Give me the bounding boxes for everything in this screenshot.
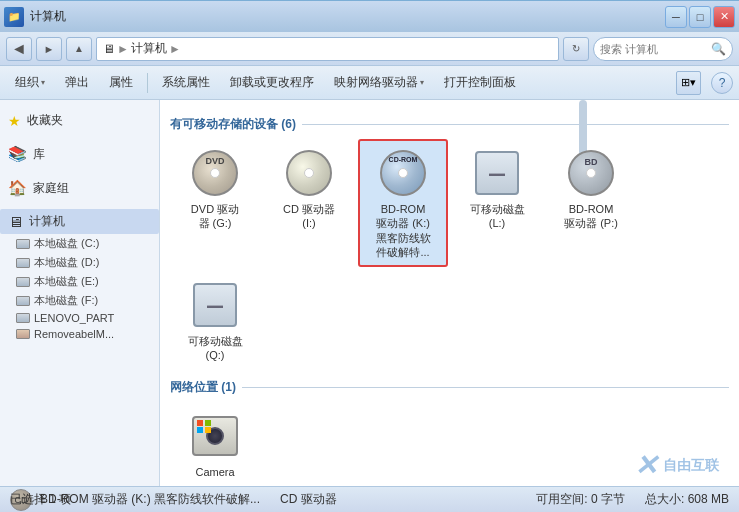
sidebar-subitem-removeabel[interactable]: RemoveabelM... bbox=[0, 326, 159, 342]
favorites-label: 收藏夹 bbox=[27, 112, 63, 129]
list-item[interactable]: BD-ROM驱动器 (K:)黑客防线软件破解特... bbox=[358, 139, 448, 267]
minimize-button[interactable]: ─ bbox=[665, 6, 687, 28]
removable-l-label: 可移动磁盘(L:) bbox=[470, 202, 525, 231]
removable-l-icon bbox=[471, 147, 523, 199]
path-icon: 🖥 bbox=[103, 42, 115, 56]
sidebar-item-computer[interactable]: 🖥 计算机 bbox=[0, 209, 159, 234]
homegroup-label: 家庭组 bbox=[33, 180, 69, 197]
close-button[interactable]: ✕ bbox=[713, 6, 735, 28]
removable-q-label: 可移动磁盘(Q:) bbox=[188, 334, 243, 363]
main-area: ★ 收藏夹 📚 库 🏠 家庭组 🖥 计算机 本地磁盘 (C:) 本地磁盘 (D:… bbox=[0, 100, 739, 486]
disk-c-icon bbox=[16, 239, 30, 249]
bdrom-k-label: BD-ROM驱动器 (K:)黑客防线软件破解特... bbox=[376, 202, 431, 259]
camera-label: Camera bbox=[195, 465, 234, 479]
disk-lenovo-label: LENOVO_PART bbox=[34, 312, 114, 324]
library-icon: 📚 bbox=[8, 145, 27, 163]
section-removable-title: 有可移动存储的设备 (6) bbox=[170, 116, 296, 133]
maximize-button[interactable]: □ bbox=[689, 6, 711, 28]
list-item[interactable]: BD-ROM驱动器 (P:) bbox=[546, 139, 636, 267]
toolbar-separator bbox=[147, 73, 148, 93]
forward-button[interactable]: ► bbox=[36, 37, 62, 61]
list-item[interactable]: Camera bbox=[170, 402, 260, 486]
left-panel: ★ 收藏夹 📚 库 🏠 家庭组 🖥 计算机 本地磁盘 (C:) 本地磁盘 (D:… bbox=[0, 100, 160, 486]
watermark-text: 自由互联 bbox=[663, 457, 719, 475]
sidebar-subitem-c[interactable]: 本地磁盘 (C:) bbox=[0, 234, 159, 253]
map-drive-button[interactable]: 映射网络驱动器 ▾ bbox=[325, 70, 433, 96]
disk-d-label: 本地磁盘 (D:) bbox=[34, 255, 99, 270]
cd-hole bbox=[304, 168, 314, 178]
dvd-drive-icon bbox=[189, 147, 241, 199]
map-drive-label: 映射网络驱动器 bbox=[334, 74, 418, 91]
path-arrow2: ► bbox=[169, 42, 181, 56]
nav-spacer1 bbox=[0, 133, 159, 141]
properties-button[interactable]: 属性 bbox=[100, 70, 142, 96]
organize-label: 组织 bbox=[15, 74, 39, 91]
section-removable: 有可移动存储的设备 (6) bbox=[170, 116, 729, 133]
sidebar-subitem-lenovo[interactable]: LENOVO_PART bbox=[0, 310, 159, 326]
properties-label: 属性 bbox=[109, 74, 133, 91]
cd-drive-label: CD 驱动器(I:) bbox=[283, 202, 335, 231]
ms-yellow bbox=[205, 427, 211, 433]
eject-button[interactable]: 弹出 bbox=[56, 70, 98, 96]
dvd-hole bbox=[210, 168, 220, 178]
list-item[interactable]: CD 驱动器(I:) bbox=[264, 139, 354, 267]
watermark: ✕ 自由互联 bbox=[634, 449, 719, 482]
view-button[interactable]: ⊞ ▾ bbox=[676, 71, 701, 95]
organize-button[interactable]: 组织 ▾ bbox=[6, 70, 54, 96]
ms-red bbox=[197, 420, 203, 426]
right-panel: 有可移动存储的设备 (6) DVD 驱动器 (G:) CD 驱动器 bbox=[160, 100, 739, 486]
status-bar: CD BD-ROM 驱动器 (K:) 黑客防线软件破解... CD 驱动器 可用… bbox=[0, 486, 739, 512]
disk-e-label: 本地磁盘 (E:) bbox=[34, 274, 99, 289]
disk-f-label: 本地磁盘 (F:) bbox=[34, 293, 98, 308]
address-path[interactable]: 🖥 ► 计算机 ► bbox=[96, 37, 559, 61]
cd-drive-icon bbox=[283, 147, 335, 199]
ms-blue bbox=[197, 427, 203, 433]
favorites-icon: ★ bbox=[8, 113, 21, 129]
control-panel-button[interactable]: 打开控制面板 bbox=[435, 70, 525, 96]
sidebar-item-favorites[interactable]: ★ 收藏夹 bbox=[0, 108, 159, 133]
sidebar-item-library[interactable]: 📚 库 bbox=[0, 141, 159, 167]
removable-q-icon bbox=[189, 279, 241, 331]
toolbar: 组织 ▾ 弹出 属性 系统属性 卸载或更改程序 映射网络驱动器 ▾ 打开控制面板… bbox=[0, 66, 739, 100]
sidebar-subitem-e[interactable]: 本地磁盘 (E:) bbox=[0, 272, 159, 291]
map-drive-arrow: ▾ bbox=[420, 78, 424, 87]
search-input[interactable] bbox=[600, 43, 707, 55]
sys-props-label: 系统属性 bbox=[162, 74, 210, 91]
bd-drive-disc bbox=[568, 150, 614, 196]
view-icon: ⊞ bbox=[681, 76, 690, 89]
microsoft-logo bbox=[197, 420, 211, 434]
refresh-button[interactable]: ↻ bbox=[563, 37, 589, 61]
up-button[interactable]: ▲ bbox=[66, 37, 92, 61]
sidebar-subitem-d[interactable]: 本地磁盘 (D:) bbox=[0, 253, 159, 272]
computer-label: 计算机 bbox=[29, 213, 65, 230]
bdrom-k-icon bbox=[377, 147, 429, 199]
bdrom-p-label: BD-ROM驱动器 (P:) bbox=[564, 202, 618, 231]
address-bar: ◄ ► ▲ 🖥 ► 计算机 ► ↻ 🔍 bbox=[0, 32, 739, 66]
title-bar: 📁 计算机 ─ □ ✕ bbox=[0, 0, 739, 32]
back-button[interactable]: ◄ bbox=[6, 37, 32, 61]
disk-e-icon bbox=[16, 277, 30, 287]
help-button[interactable]: ? bbox=[711, 72, 733, 94]
uninstall-button[interactable]: 卸载或更改程序 bbox=[221, 70, 323, 96]
sidebar-item-homegroup[interactable]: 🏠 家庭组 bbox=[0, 175, 159, 201]
list-item[interactable]: DVD 驱动器 (G:) bbox=[170, 139, 260, 267]
camera-icon bbox=[189, 410, 241, 462]
nav-spacer2 bbox=[0, 167, 159, 175]
status-free-space: 可用空间: 0 字节 bbox=[536, 491, 625, 508]
dvd-disc bbox=[192, 150, 238, 196]
ms-green bbox=[205, 420, 211, 426]
search-box[interactable]: 🔍 bbox=[593, 37, 733, 61]
status-drive-info: BD-ROM 驱动器 (K:) 黑客防线软件破解... bbox=[40, 491, 260, 508]
disk-lenovo-icon bbox=[16, 313, 30, 323]
system-properties-button[interactable]: 系统属性 bbox=[153, 70, 219, 96]
list-item[interactable]: 可移动磁盘(Q:) bbox=[170, 271, 260, 371]
disk-removeabel-icon bbox=[16, 329, 30, 339]
title-bar-buttons: ─ □ ✕ bbox=[665, 6, 735, 28]
cd-disc bbox=[286, 150, 332, 196]
status-total-size: 总大小: 608 MB bbox=[645, 491, 729, 508]
disk-f-icon bbox=[16, 296, 30, 306]
sidebar-subitem-f[interactable]: 本地磁盘 (F:) bbox=[0, 291, 159, 310]
control-panel-label: 打开控制面板 bbox=[444, 74, 516, 91]
list-item[interactable]: 可移动磁盘(L:) bbox=[452, 139, 542, 267]
status-type: CD 驱动器 bbox=[280, 491, 337, 508]
